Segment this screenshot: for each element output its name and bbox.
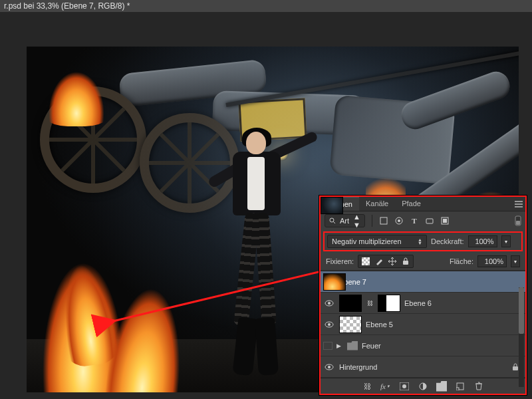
lock-all-icon[interactable] (401, 257, 410, 266)
svg-rect-16 (403, 261, 408, 265)
layer-thumbnail[interactable] (339, 316, 362, 333)
panel-tabs: Ebenen Kanäle Pfade (321, 197, 525, 211)
filter-type-icon[interactable]: T (410, 216, 419, 225)
svg-rect-3 (380, 217, 387, 224)
visibility-toggle-empty[interactable] (323, 342, 332, 350)
svg-point-22 (328, 323, 331, 326)
lock-fill-row: Fixieren: Fläche: ▾ (321, 253, 525, 271)
svg-point-27 (402, 384, 406, 388)
layer-thumbnail[interactable] (339, 295, 362, 312)
blend-mode-value: Negativ multiplizieren (332, 237, 402, 245)
filter-toggle-switch[interactable] (515, 215, 521, 226)
tab-channels[interactable]: Kanäle (359, 197, 395, 211)
fill-label: Fläche: (450, 257, 473, 265)
chevron-updown-icon: ▲▼ (418, 238, 422, 245)
panel-footer: ⛓ fx▾ (321, 378, 525, 394)
add-mask-icon[interactable] (399, 381, 410, 392)
fill-input[interactable] (477, 255, 507, 267)
document-title: r.psd bei 33,3% (Ebene 7, RGB/8) * (0, 0, 532, 12)
svg-point-20 (328, 302, 331, 305)
svg-line-2 (334, 222, 336, 224)
layer-row[interactable]: ⛓ Ebene 6 (321, 293, 525, 314)
layer-mask-thumbnail[interactable] (378, 295, 400, 312)
new-adjustment-icon[interactable] (418, 381, 428, 392)
layer-name[interactable]: Ebene 6 (404, 299, 523, 307)
group-disclosure-icon[interactable]: ▶ (336, 342, 343, 349)
svg-point-24 (328, 366, 331, 368)
layer-filter-kind[interactable]: Art ▲▼ (325, 214, 365, 227)
layer-row[interactable]: ▶ Feuer (321, 335, 525, 356)
filter-adjust-icon[interactable] (394, 216, 404, 225)
chevron-updown-icon: ▲▼ (353, 213, 360, 229)
fire-top-left (33, 47, 120, 126)
layers-scrollbar[interactable] (519, 287, 524, 387)
filter-kind-label: Art (340, 217, 349, 225)
opacity-input[interactable] (468, 235, 497, 247)
lock-label: Fixieren: (326, 257, 354, 265)
opacity-label: Deckkraft: (431, 237, 464, 245)
tab-paths[interactable]: Pfade (395, 197, 428, 211)
panel-menu-icon[interactable] (512, 197, 525, 211)
layers-list: Ebene 7 ⛓ Ebene 6 Ebene 5 ▶ Feuer Hinter… (321, 271, 525, 378)
svg-rect-10 (516, 221, 520, 225)
layer-row[interactable]: Hintergrund (321, 356, 525, 378)
mask-link-icon[interactable]: ⛓ (366, 300, 374, 307)
filter-smart-icon[interactable] (440, 216, 450, 225)
svg-point-1 (330, 218, 334, 222)
visibility-eye-icon[interactable] (323, 319, 335, 331)
lock-icon (512, 363, 519, 371)
model-figure (221, 132, 294, 379)
filter-row: Art ▲▼ T (321, 211, 525, 230)
fire-bottom-left (27, 166, 193, 392)
delete-layer-icon[interactable] (473, 381, 484, 392)
lock-position-icon[interactable] (388, 257, 397, 266)
lock-transparent-icon[interactable] (361, 257, 370, 266)
blend-mode-dropdown[interactable]: Negativ multiplizieren ▲▼ (327, 235, 427, 248)
layer-name[interactable]: Ebene 5 (366, 321, 523, 329)
link-layers-icon[interactable]: ⛓ (362, 381, 372, 392)
fill-flyout-button[interactable]: ▾ (511, 255, 520, 267)
layer-row[interactable]: Ebene 7 (321, 271, 525, 293)
lock-buttons (358, 255, 414, 268)
svg-point-5 (398, 219, 400, 222)
visibility-eye-icon[interactable] (323, 297, 335, 309)
layers-panel: Ebenen Kanäle Pfade Art ▲▼ T Negativ mul… (319, 196, 527, 395)
svg-rect-6 (426, 219, 433, 223)
search-icon (329, 217, 336, 224)
svg-rect-8 (443, 219, 447, 223)
layer-row[interactable]: Ebene 5 (321, 314, 525, 335)
blend-opacity-row: Negativ multiplizieren ▲▼ Deckkraft: ▾ (323, 231, 523, 251)
filter-pixel-icon[interactable] (379, 216, 388, 225)
svg-rect-25 (513, 366, 518, 370)
filter-icons: T (379, 216, 450, 225)
svg-rect-11 (362, 257, 370, 265)
opacity-flyout-button[interactable]: ▾ (501, 235, 511, 247)
new-group-icon[interactable] (436, 381, 447, 392)
layer-name[interactable]: Ebene 7 (339, 278, 523, 286)
filter-shape-icon[interactable] (425, 216, 434, 225)
layer-name[interactable]: Feuer (362, 342, 523, 350)
svg-rect-30 (456, 388, 459, 390)
lock-pixels-icon[interactable] (374, 257, 384, 266)
layer-fx-icon[interactable]: fx▾ (380, 381, 391, 392)
new-layer-icon[interactable] (455, 381, 466, 392)
visibility-eye-icon[interactable] (323, 361, 335, 373)
layer-thumbnail[interactable] (323, 273, 346, 291)
folder-icon (347, 341, 358, 350)
layer-name[interactable]: Hintergrund (339, 363, 508, 371)
